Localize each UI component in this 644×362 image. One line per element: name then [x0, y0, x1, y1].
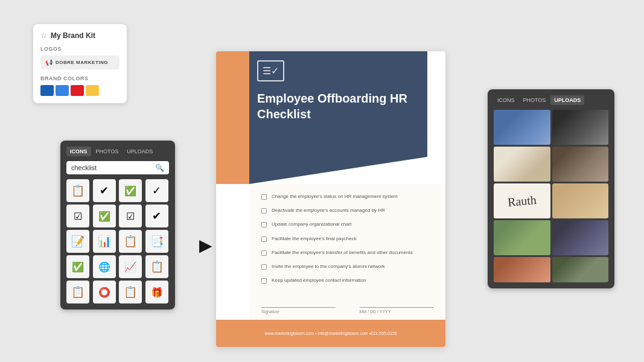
- checklist-text-2: Deactivate the employee's accounts manag…: [272, 207, 385, 214]
- doc-footer-text: www.marketingbloom.com • info@marketingb…: [264, 331, 397, 335]
- checklist-text-4: Facilitate the employee's final paycheck: [272, 235, 357, 242]
- signature-label: Signature: [261, 310, 336, 314]
- logo-box: 📢 DOBRE MARKETING: [40, 56, 120, 69]
- photos-panel: ICONS PHOTOS UPLOADS Rauth: [488, 89, 614, 288]
- checklist-item-1: Change the employee's status on HR manag…: [261, 193, 433, 200]
- star-icon: ☆: [40, 31, 47, 40]
- icon-cell-15[interactable]: 📈: [119, 255, 142, 278]
- photo-9[interactable]: [494, 257, 550, 282]
- checkbox-2[interactable]: [261, 208, 267, 214]
- checklist-text-3: Update company organizational chart: [272, 221, 352, 227]
- photo-7[interactable]: [494, 220, 550, 255]
- tab-photos[interactable]: PHOTOS: [92, 147, 123, 156]
- icon-cell-9[interactable]: 📝: [66, 230, 89, 253]
- doc-signature-area: Signature MM / DD / YYYY: [261, 296, 433, 314]
- color-swatch-4[interactable]: [86, 85, 99, 96]
- icon-cell-14[interactable]: 🌐: [93, 255, 116, 278]
- checklist-text-6: Invite the employee to the company's alu…: [272, 263, 385, 270]
- brand-kit-title: My Brand Kit: [51, 31, 95, 40]
- icon-cell-3[interactable]: ✅: [119, 179, 142, 202]
- checklist-text-7: Keep updated employee contact informatio…: [272, 277, 366, 284]
- photo-5[interactable]: Rauth: [494, 183, 550, 218]
- photos-tab-uploads[interactable]: UPLOADS: [550, 95, 584, 105]
- tab-icons[interactable]: ICONS: [66, 147, 91, 156]
- photo-3[interactable]: [494, 147, 550, 182]
- logo-text: DOBRE MARKETING: [56, 60, 108, 65]
- photo-2[interactable]: [552, 110, 609, 145]
- icon-cell-20[interactable]: 🎁: [145, 281, 168, 303]
- search-input[interactable]: [71, 164, 155, 171]
- icon-cell-13[interactable]: ✅: [66, 255, 89, 278]
- checkbox-4[interactable]: [261, 237, 267, 242]
- icon-cell-8[interactable]: ✔: [145, 205, 168, 227]
- checkbox-1[interactable]: [261, 194, 267, 200]
- date-line: [360, 296, 434, 308]
- doc-title: Employee Offboarding HR Checklist: [257, 91, 420, 122]
- checklist-item-3: Update company organizational chart: [261, 221, 433, 227]
- signature-line: [261, 296, 336, 308]
- photos-grid: Rauth: [494, 110, 608, 282]
- icon-cell-5[interactable]: ☑: [66, 205, 89, 227]
- photo-1[interactable]: [494, 110, 550, 145]
- icon-cell-1[interactable]: 📋: [66, 179, 89, 202]
- icon-cell-11[interactable]: 📋: [119, 230, 142, 253]
- icon-cell-19[interactable]: 📋: [119, 281, 142, 303]
- brand-kit-panel: ☆ My Brand Kit LOGOS 📢 DOBRE MARKETING B…: [33, 24, 127, 103]
- checklist-text-1: Change the employee's status on HR manag…: [272, 193, 398, 200]
- photo-10[interactable]: [552, 257, 609, 282]
- icon-cell-10[interactable]: 📊: [93, 230, 116, 253]
- icons-grid: 📋 ✔ ✅ ✓ ☑ ✅ ☑ ✔ 📝 📊 📋 📑 ✅ 🌐 📈 📋 📋 ⭕ 📋 🎁: [66, 179, 169, 303]
- doc-header-orange: [216, 51, 249, 184]
- photos-panel-tabs: ICONS PHOTOS UPLOADS: [494, 95, 608, 105]
- checklist-item-7: Keep updated employee contact informatio…: [261, 277, 433, 284]
- icon-cell-6[interactable]: ✅: [93, 205, 116, 227]
- search-box[interactable]: 🔍: [66, 161, 169, 174]
- checklist-item-2: Deactivate the employee's accounts manag…: [261, 207, 433, 214]
- color-swatch-2[interactable]: [56, 85, 69, 96]
- date-label: MM / DD / YYYY: [360, 310, 434, 314]
- doc-header-navy-triangle: [249, 157, 427, 184]
- icon-cell-7[interactable]: ☑: [119, 205, 142, 227]
- search-icon: 🔍: [155, 164, 164, 172]
- photos-tab-icons[interactable]: ICONS: [494, 95, 518, 105]
- color-swatch-1[interactable]: [40, 85, 54, 96]
- tab-uploads[interactable]: UPLOADS: [123, 147, 156, 156]
- doc-checklist-icon: ☰✓: [257, 60, 284, 81]
- icons-panel: ICONS PHOTOS UPLOADS 🔍 📋 ✔ ✅ ✓ ☑ ✅ ☑ ✔ 📝…: [60, 141, 175, 310]
- brand-colors-row: [40, 85, 120, 96]
- icon-cell-18[interactable]: ⭕: [93, 281, 116, 303]
- icon-cell-4[interactable]: ✓: [145, 179, 168, 202]
- checklist-icon-symbol: ☰✓: [263, 65, 279, 77]
- photo-8[interactable]: [552, 220, 609, 255]
- checklist-item-4: Facilitate the employee's final paycheck: [261, 235, 433, 242]
- date-field: MM / DD / YYYY: [360, 296, 434, 314]
- checkbox-6[interactable]: [261, 264, 267, 270]
- checklist-item-6: Invite the employee to the company's alu…: [261, 263, 433, 270]
- doc-footer: www.marketingbloom.com • info@marketingb…: [216, 320, 445, 347]
- icon-cell-16[interactable]: 📋: [145, 255, 168, 278]
- icons-panel-tabs: ICONS PHOTOS UPLOADS: [66, 147, 169, 156]
- icon-cell-2[interactable]: ✔: [93, 179, 116, 202]
- mouse-cursor: ▶: [199, 235, 212, 255]
- icon-cell-12[interactable]: 📑: [145, 230, 168, 253]
- checklist-item-5: Facilitate the employee's transfer of be…: [261, 249, 433, 256]
- icon-cell-17[interactable]: 📋: [66, 281, 89, 303]
- checkbox-7[interactable]: [261, 278, 267, 284]
- photo-6[interactable]: [552, 183, 609, 218]
- photos-tab-photos[interactable]: PHOTOS: [520, 95, 550, 105]
- signature-field: Signature: [261, 296, 336, 314]
- logos-label: LOGOS: [40, 46, 120, 52]
- brand-kit-header: ☆ My Brand Kit: [40, 31, 120, 40]
- megaphone-icon: 📢: [45, 59, 53, 66]
- checklist-text-5: Facilitate the employee's transfer of be…: [272, 249, 413, 256]
- checkbox-5[interactable]: [261, 250, 267, 256]
- document-container: ☰✓ Employee Offboarding HR Checklist Cha…: [216, 51, 445, 347]
- checkbox-3[interactable]: [261, 222, 267, 227]
- color-swatch-3[interactable]: [71, 85, 84, 96]
- brand-colors-label: BRAND COLORS: [40, 75, 120, 81]
- photo-4[interactable]: [552, 147, 609, 182]
